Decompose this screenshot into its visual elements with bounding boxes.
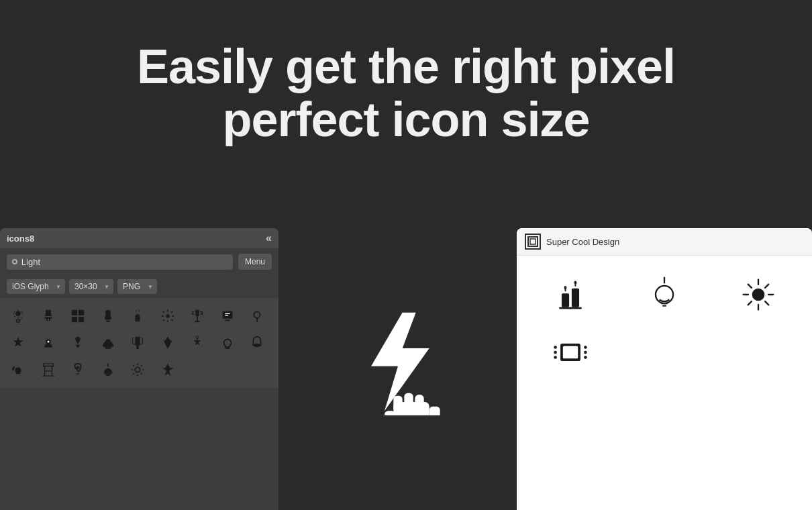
design-app-header: Super Cool Design: [517, 228, 812, 256]
icon-cell[interactable]: [65, 330, 91, 356]
svg-rect-36: [572, 289, 579, 307]
icon-cell[interactable]: [125, 303, 150, 329]
design-icons-grid: [517, 256, 812, 391]
icon-cell[interactable]: [95, 357, 121, 382]
icon-cell[interactable]: [185, 330, 210, 356]
icons8-panel: icons8 « Menu iOS Glyph iOS Material Win…: [0, 228, 278, 510]
svg-rect-7: [196, 310, 200, 316]
svg-rect-26: [107, 364, 109, 367]
svg-line-55: [748, 301, 752, 305]
menu-button[interactable]: Menu: [238, 254, 272, 270]
search-bar: Menu: [0, 248, 278, 275]
svg-point-40: [574, 280, 577, 285]
candles-design-icon[interactable]: [552, 276, 589, 313]
svg-point-57: [554, 346, 557, 349]
svg-rect-10: [223, 311, 233, 319]
hero-section: Easily get the right pixel perfect icon …: [0, 0, 812, 173]
svg-rect-25: [106, 374, 110, 376]
icon-cell[interactable]: [215, 303, 240, 329]
icon-cell[interactable]: [5, 357, 31, 382]
icons-grid: [0, 298, 278, 388]
bulb-hanging-design-icon[interactable]: [646, 276, 683, 313]
svg-point-6: [166, 314, 170, 318]
svg-point-63: [584, 356, 587, 359]
svg-rect-2: [79, 310, 84, 315]
svg-rect-11: [225, 320, 230, 321]
icon-cell[interactable]: [36, 303, 61, 329]
panels-area: icons8 « Menu iOS Glyph iOS Material Win…: [0, 228, 812, 510]
svg-rect-4: [79, 317, 84, 322]
search-input[interactable]: [21, 257, 227, 267]
svg-rect-1: [72, 310, 77, 315]
icon-cell[interactable]: [185, 303, 210, 329]
svg-point-56: [554, 351, 557, 354]
design-app-icon: [525, 234, 541, 250]
middle-area: [278, 228, 517, 510]
svg-rect-18: [136, 337, 140, 346]
lightning-icon: [351, 308, 445, 431]
svg-rect-42: [569, 307, 582, 309]
svg-rect-8: [197, 316, 198, 321]
sun-bright-design-icon[interactable]: [740, 276, 777, 313]
icon-cell[interactable]: [36, 357, 61, 382]
search-input-wrapper: [7, 254, 233, 270]
collapse-button[interactable]: «: [266, 232, 272, 244]
icon-cell[interactable]: [95, 303, 121, 329]
panel-filters: iOS Glyph iOS Material Windows 16×16 24×…: [0, 275, 278, 298]
size-filter-wrapper: 16×16 24×24 30×30 48×48: [69, 279, 113, 294]
svg-rect-3: [72, 317, 77, 322]
svg-line-52: [748, 285, 752, 288]
icon-cell[interactable]: [65, 303, 91, 329]
icon-cell[interactable]: [125, 330, 150, 356]
icon-cell[interactable]: [5, 330, 31, 356]
server-rack-design-icon[interactable]: [552, 334, 589, 371]
icon-cell[interactable]: [155, 330, 181, 356]
style-filter-wrapper: iOS Glyph iOS Material Windows: [7, 279, 65, 294]
svg-rect-9: [195, 321, 200, 322]
icon-cell[interactable]: [155, 357, 181, 382]
icon-cell[interactable]: [215, 330, 240, 356]
format-filter-wrapper: PNG SVG PDF: [117, 279, 157, 294]
svg-rect-19: [136, 346, 139, 350]
svg-point-62: [584, 346, 587, 349]
svg-line-54: [765, 285, 768, 288]
svg-point-12: [254, 312, 260, 318]
svg-rect-17: [105, 348, 110, 349]
design-app-panel: Super Cool Design: [517, 228, 812, 510]
svg-line-53: [765, 301, 768, 305]
svg-rect-16: [104, 347, 111, 348]
svg-rect-32: [415, 395, 423, 410]
icon-cell[interactable]: [155, 303, 181, 329]
svg-rect-31: [404, 393, 413, 409]
icon-cell[interactable]: [95, 330, 121, 356]
svg-point-47: [752, 289, 765, 301]
svg-rect-24: [105, 374, 111, 375]
size-filter[interactable]: 16×16 24×24 30×30 48×48: [69, 279, 113, 294]
svg-rect-33: [528, 237, 538, 246]
svg-point-61: [584, 351, 587, 354]
svg-rect-29: [429, 406, 440, 415]
svg-point-58: [554, 356, 557, 359]
format-filter[interactable]: PNG SVG PDF: [117, 279, 157, 294]
style-filter[interactable]: iOS Glyph iOS Material Windows: [7, 279, 65, 294]
svg-rect-28: [385, 411, 395, 415]
hero-title: Easily get the right pixel perfect icon …: [13, 40, 799, 146]
search-dot-icon: [12, 259, 17, 264]
app-name-label: icons8: [7, 234, 34, 244]
svg-rect-30: [393, 395, 402, 411]
svg-point-0: [15, 311, 20, 316]
svg-point-38: [564, 286, 567, 290]
svg-point-15: [47, 341, 49, 343]
panel-titlebar: icons8 «: [0, 228, 278, 248]
svg-rect-5: [136, 320, 140, 321]
icon-cell[interactable]: [244, 330, 270, 356]
icon-cell[interactable]: [36, 330, 61, 356]
svg-rect-35: [562, 293, 569, 307]
icon-cell[interactable]: [244, 303, 270, 329]
icon-cell[interactable]: [125, 357, 150, 382]
svg-rect-34: [530, 239, 536, 244]
icon-cell[interactable]: [5, 303, 31, 329]
design-app-name-label: Super Cool Design: [546, 237, 619, 247]
svg-rect-60: [563, 346, 578, 359]
icon-cell[interactable]: [65, 357, 91, 382]
